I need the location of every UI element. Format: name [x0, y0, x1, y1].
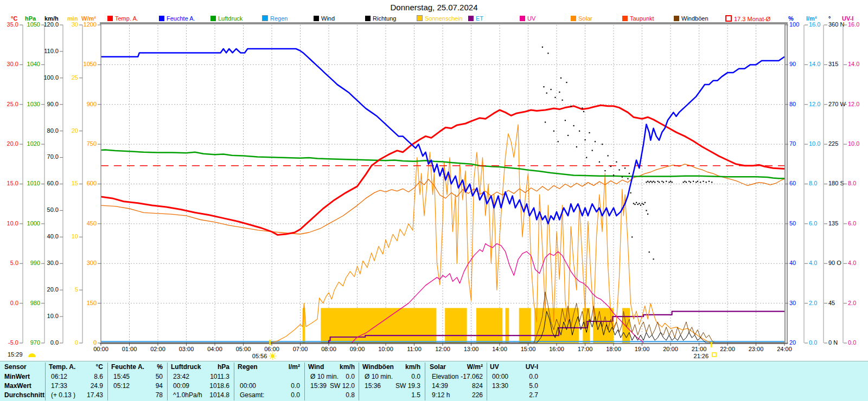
table-separator [45, 363, 46, 400]
col-header-Windböen: Windböen [362, 363, 394, 371]
wind-direction-dot [644, 202, 646, 203]
tick-label: 10.0 [848, 140, 859, 147]
wind-direction-dot [642, 203, 643, 204]
col-header-Solar: Solar [430, 363, 446, 371]
col-unit-Regen: l/m² [289, 363, 300, 371]
wind-direction-dot [599, 161, 600, 163]
wind-direction-dot [604, 170, 605, 171]
wind-direction-dot [709, 181, 710, 182]
col-unit-Luftdruck: hPa [218, 363, 229, 371]
tick-label: 315 [828, 61, 838, 67]
row-label-MinWert: MinWert [4, 373, 30, 380]
col-unit-Windböen: km/h [405, 363, 420, 371]
tick-label: 20.0 [47, 286, 59, 293]
series-Wind [101, 311, 784, 343]
stat-value: SW 19.3 [395, 382, 420, 390]
tick-label: 60 [789, 180, 796, 186]
tick-label: 5 [75, 286, 78, 293]
wind-direction-dot [629, 173, 630, 174]
stat-time: 00:00 [240, 382, 256, 390]
x-tick-label: 04:00 [207, 346, 222, 352]
tick-label: 20 [72, 127, 78, 134]
tick-label: 360 N [828, 21, 844, 28]
x-tick-label: 10:00 [378, 346, 393, 352]
stat-time: Gesamt: [240, 391, 264, 399]
tick-label: 12.0 [809, 101, 820, 107]
stat-time: Elevation [432, 373, 458, 380]
tick-label: 90.0 [47, 101, 59, 107]
table-separator [359, 363, 359, 400]
stat-time: 05:12 [113, 382, 130, 390]
tick-label: 10.0 [47, 313, 59, 319]
wind-direction-dot [553, 131, 554, 132]
stat-value: 2.7 [529, 391, 538, 399]
col-header-Wind: Wind [308, 363, 324, 371]
tick-label: 100.0 [43, 74, 59, 81]
wind-direction-dot [589, 132, 590, 133]
stat-value: 0.0 [291, 382, 300, 390]
x-tick-label: 14:00 [492, 346, 507, 352]
wind-direction-dot [650, 181, 651, 182]
tick-label: 40 [789, 260, 796, 266]
table-separator [167, 363, 168, 400]
wind-direction-dot [595, 141, 596, 142]
tick-label: 30.0 [47, 260, 59, 266]
wind-direction-dot [562, 100, 563, 101]
wind-direction-dot [631, 236, 633, 237]
wind-direction-dot [661, 181, 662, 182]
wind-direction-dot [616, 161, 617, 163]
tick-label: 25 [72, 74, 78, 81]
wind-direction-dot [706, 182, 707, 183]
tick-label: 2.0 [809, 300, 817, 306]
col-unit-Temp. A.: °C [96, 363, 103, 371]
x-tick-label: 16:00 [549, 346, 564, 352]
x-tick-label: 23:00 [749, 346, 764, 352]
wind-direction-dot [659, 182, 660, 183]
stat-time: 15:39 [310, 382, 327, 390]
x-tick-label: 08:00 [321, 346, 336, 352]
stat-value: 0.0 [529, 373, 538, 380]
stat-value: 50 [156, 373, 163, 380]
wind-direction-dot [559, 92, 560, 93]
tick-label: 14.0 [848, 61, 859, 67]
stat-value: 0.8 [346, 391, 355, 399]
tick-label: 1040 [27, 61, 40, 67]
stat-time: 15:45 [113, 373, 130, 380]
tick-label: 300 [87, 260, 97, 266]
x-tick-label: 02:00 [150, 346, 165, 352]
tick-label: 0 N [828, 339, 838, 346]
wind-direction-dot [646, 182, 647, 183]
stat-time: 23:42 [173, 373, 189, 380]
wind-direction-dot [633, 203, 634, 204]
tick-label: 8.0 [809, 180, 817, 186]
tick-label: 1020 [27, 140, 40, 147]
x-tick-label: 22:00 [720, 346, 735, 352]
col-header-Temp. A.: Temp. A. [49, 363, 75, 371]
tick-label: 16.0 [848, 21, 859, 28]
tick-label: 0.0 [10, 300, 18, 306]
tick-label: 14.0 [809, 61, 820, 67]
sunrise-icon [269, 353, 276, 360]
stat-value: 8.6 [94, 373, 103, 380]
wind-direction-dot [643, 204, 644, 205]
tick-label: 10.0 [7, 220, 18, 227]
wind-direction-dot [543, 86, 544, 87]
x-tick-label: 17:00 [578, 346, 593, 352]
tick-label: 135 [828, 220, 838, 227]
sunset-time: 21:26 [694, 353, 709, 359]
sunshine-bar [445, 308, 467, 343]
tick-label: 180 S [828, 180, 844, 186]
tick-label: 70 [789, 140, 796, 147]
wind-direction-dot [652, 182, 653, 183]
stat-time: 00:00 [492, 373, 508, 380]
stat-time: ^1.0hPa/h [173, 391, 202, 399]
tick-label: 1050 [84, 61, 97, 67]
x-tick-label: 20:00 [663, 346, 678, 352]
wind-direction-dot [654, 182, 655, 183]
stat-value: 824 [472, 382, 483, 390]
wind-direction-dot [585, 139, 586, 140]
table-separator [425, 363, 425, 400]
wind-direction-dot [619, 169, 620, 170]
x-tick-label: 06:00 [264, 346, 279, 352]
moonrise-time: 15:29 [8, 351, 23, 358]
